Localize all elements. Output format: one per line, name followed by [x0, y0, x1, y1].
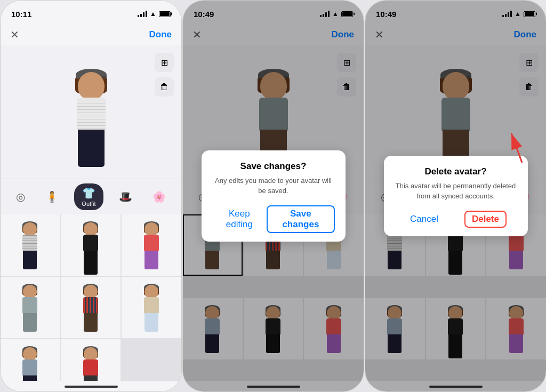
- outfit-cell-1-7[interactable]: [1, 339, 60, 381]
- outfit-grid-1: [1, 214, 181, 381]
- delete-modal-title: Delete avatar?: [395, 166, 517, 177]
- avatar-head-1: [78, 72, 105, 100]
- face-icon-1: ◎: [16, 190, 25, 203]
- outfit-label-1: Outfit: [82, 201, 95, 207]
- outfit-cell-1-6[interactable]: [122, 277, 181, 338]
- cancel-button[interactable]: Cancel: [405, 212, 444, 227]
- avatar-body-1: [77, 98, 106, 132]
- avatar-legs-1: [78, 130, 105, 167]
- save-modal-description: Any edits you made to your avatar will b…: [212, 176, 335, 195]
- signal-icon-1: [138, 11, 147, 17]
- nav-body-1[interactable]: 🧍: [41, 188, 63, 205]
- save-icon-btn-1[interactable]: ⊞: [155, 53, 174, 72]
- trash-icon-btn-1[interactable]: 🗑: [155, 77, 174, 97]
- status-bar-1: 10:11 ▲: [1, 1, 181, 24]
- bottom-nav-1: ◎ 🧍 👕 Outfit 🎩 🌸: [1, 179, 181, 214]
- delete-modal-description: This avatar will be permanently deleted …: [395, 181, 517, 201]
- outfit-cell-1-2[interactable]: [61, 214, 121, 276]
- phone-2: 10:49 ▲ ✕ Done ⊞ 🗑: [182, 0, 364, 392]
- save-modal-overlay: Save changes? Any edits you made to your…: [183, 1, 364, 391]
- status-time-1: 10:11: [11, 10, 31, 19]
- outfit-cell-1-8[interactable]: [61, 339, 121, 381]
- status-icons-1: ▲: [138, 10, 171, 18]
- save-changes-button[interactable]: Save changes: [267, 205, 334, 233]
- prop-icon-1: 🌸: [152, 190, 166, 203]
- hat-icon-1: 🎩: [119, 190, 132, 203]
- avatar-display-1: ⊞ 🗑: [1, 45, 181, 179]
- delete-modal: Delete avatar? This avatar will be perma…: [384, 156, 528, 236]
- outfit-cell-1-3[interactable]: [122, 214, 181, 276]
- outfit-cell-1-4[interactable]: [1, 277, 60, 338]
- save-modal-title: Save changes?: [212, 161, 335, 172]
- body-icon-1: 🧍: [45, 190, 59, 203]
- avatar-figure-1: [65, 67, 118, 173]
- nav-prop-1[interactable]: 🌸: [148, 188, 170, 205]
- save-modal-actions: Keep editing Save changes: [212, 205, 335, 233]
- arrow-annotation: [493, 128, 525, 167]
- phone-1: 10:11 ▲ ✕ Done ⊞ 🗑: [0, 0, 182, 392]
- close-button-1[interactable]: ✕: [10, 28, 19, 41]
- svg-line-1: [511, 133, 522, 163]
- done-button-1[interactable]: Done: [149, 29, 172, 40]
- nav-outfit-1[interactable]: 👕 Outfit: [74, 183, 103, 210]
- nav-hat-1[interactable]: 🎩: [115, 188, 136, 205]
- save-modal: Save changes? Any edits you made to your…: [202, 150, 346, 241]
- outfit-icon-1: 👕: [82, 187, 95, 199]
- delete-modal-actions: Cancel Delete: [395, 211, 517, 228]
- battery-icon-1: [159, 11, 171, 17]
- side-buttons-1: ⊞ 🗑: [155, 53, 174, 97]
- wifi-icon-1: ▲: [150, 10, 156, 18]
- delete-modal-overlay: Delete avatar? This avatar will be perma…: [365, 1, 546, 391]
- nav-face-1[interactable]: ◎: [12, 188, 29, 205]
- keep-editing-button[interactable]: Keep editing: [212, 206, 267, 232]
- outfit-cell-1-5[interactable]: [61, 277, 121, 338]
- delete-button[interactable]: Delete: [464, 211, 507, 228]
- phone-3: 10:49 ▲ ✕ Done ⊞ 🗑: [365, 0, 546, 392]
- top-bar-1: ✕ Done: [1, 24, 181, 45]
- outfit-cell-1-1[interactable]: [1, 214, 60, 276]
